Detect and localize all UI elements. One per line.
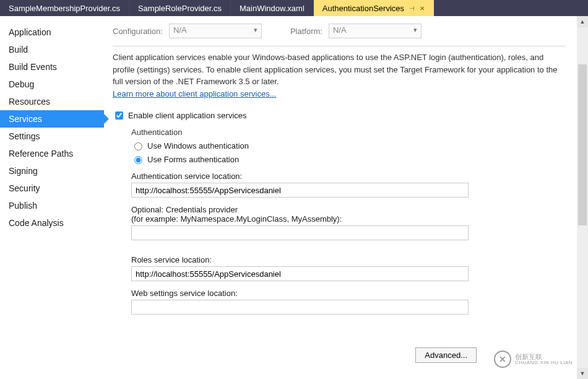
sidebar-item-application[interactable]: Application [0,24,104,41]
web-settings-location-label: Web settings service location: [131,289,566,298]
tab-authentication-services[interactable]: AuthenticationServices ⊣ ✕ [314,0,434,16]
web-settings-location-input[interactable] [131,300,469,315]
tab-sample-role[interactable]: SampleRoleProvider.cs [129,0,231,16]
roles-service-location-input[interactable] [131,266,469,281]
sidebar-item-settings[interactable]: Settings [0,128,104,145]
auth-service-location-label: Authentication service location: [131,172,566,181]
sidebar-item-build-events[interactable]: Build Events [0,58,104,76]
sidebar-item-services[interactable]: Services [0,110,104,128]
scroll-down-icon[interactable]: ▼ [577,368,588,379]
platform-label: Platform: [290,27,322,36]
services-description: Client application services enable your … [113,51,566,100]
credentials-provider-label: Optional: Credentials provider (for exam… [131,205,566,224]
sidebar-item-signing[interactable]: Signing [0,162,104,180]
sidebar-item-publish[interactable]: Publish [0,197,104,214]
sidebar-item-security[interactable]: Security [0,180,104,197]
forms-auth-label[interactable]: Use Forms authentication [147,155,239,164]
sidebar-item-code-analysis[interactable]: Code Analysis [0,214,104,232]
configuration-label: Configuration: [113,27,163,36]
authentication-group-label: Authentication [131,128,566,137]
tab-sample-membership[interactable]: SampleMembershipProvider.cs [0,0,129,16]
scroll-up-icon[interactable]: ▲ [577,16,588,27]
advanced-button[interactable]: Advanced... [415,347,477,363]
tab-mainwindow[interactable]: MainWindow.xaml [231,0,314,16]
sidebar-item-debug[interactable]: Debug [0,76,104,93]
learn-more-link[interactable]: Learn more about client application serv… [113,89,276,98]
enable-client-services-label[interactable]: Enable client application services [128,111,247,120]
windows-auth-radio[interactable] [134,142,142,150]
vertical-scrollbar[interactable]: ▲ ▼ [577,16,588,379]
document-tab-bar: SampleMembershipProvider.cs SampleRolePr… [0,0,588,16]
sidebar-item-reference-paths[interactable]: Reference Paths [0,145,104,162]
windows-auth-label[interactable]: Use Windows authentication [147,141,249,150]
project-property-sidebar: Application Build Build Events Debug Res… [0,16,104,379]
forms-auth-radio[interactable] [134,156,142,164]
watermark: ✕ 创新互联 CHUANG XIN HU LIAN [494,351,573,368]
close-icon[interactable]: ✕ [420,5,425,12]
pin-icon[interactable]: ⊣ [409,5,415,12]
scroll-thumb[interactable] [578,64,587,225]
configuration-combo[interactable]: N/A [169,24,262,38]
watermark-icon: ✕ [494,351,511,368]
sidebar-item-build[interactable]: Build [0,41,104,58]
roles-service-location-label: Roles service location: [131,255,566,264]
credentials-provider-input[interactable] [131,225,469,240]
sidebar-item-resources[interactable]: Resources [0,93,104,110]
services-panel: Configuration: N/A Platform: N/A Client … [104,16,588,379]
auth-service-location-input[interactable] [131,183,469,198]
enable-client-services-checkbox[interactable] [115,111,123,120]
platform-combo[interactable]: N/A [329,24,422,38]
